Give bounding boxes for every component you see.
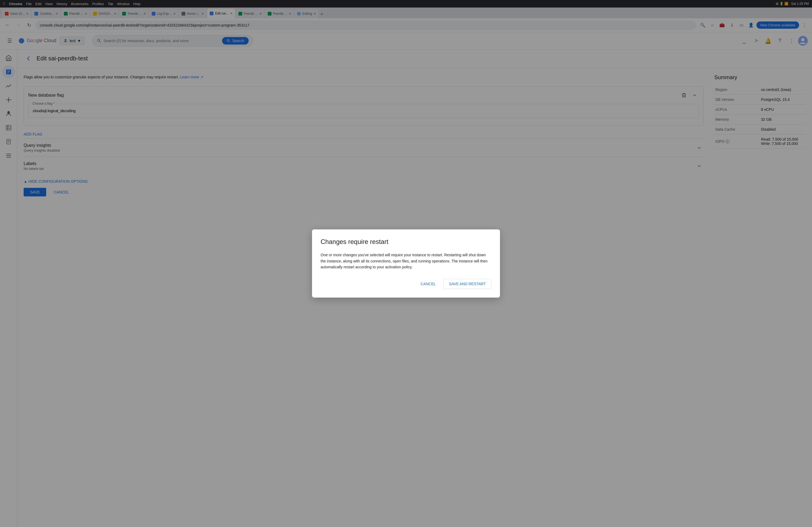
changes-require-restart-modal: Changes require restart One or more chan… xyxy=(312,229,500,297)
modal-save-restart-button[interactable]: SAVE AND RESTART xyxy=(443,279,491,289)
modal-body: One or more changes you've selected will… xyxy=(321,252,491,270)
modal-title: Changes require restart xyxy=(321,238,491,245)
modal-cancel-button[interactable]: CANCEL xyxy=(415,279,441,289)
modal-actions: CANCEL SAVE AND RESTART xyxy=(321,279,491,289)
modal-overlay: Changes require restart One or more chan… xyxy=(0,0,812,527)
